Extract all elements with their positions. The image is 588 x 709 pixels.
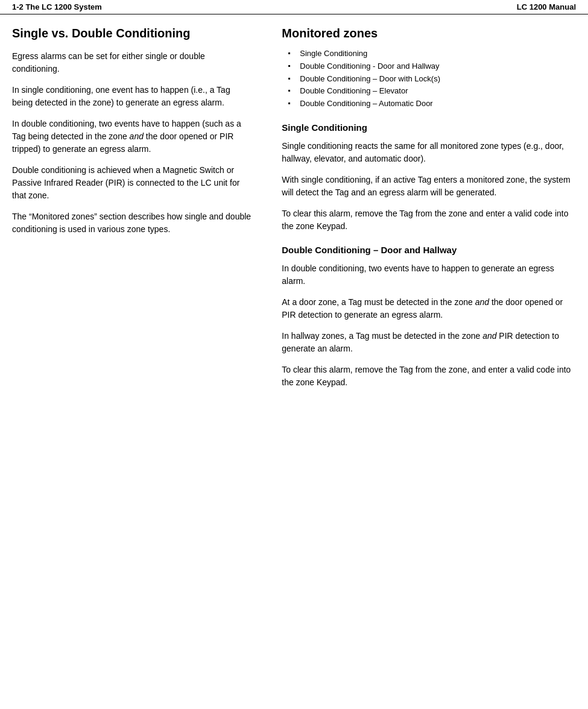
left-para-1: Egress alarms can be set for either sing…: [12, 50, 251, 75]
bullet-item-4: Double Conditioning – Elevator: [288, 85, 576, 98]
left-heading: Single vs. Double Conditioning: [12, 27, 251, 40]
double-para-4: To clear this alarm, remove the Tag from…: [282, 364, 576, 389]
header-right-title: LC 1200 Manual: [517, 2, 576, 11]
right-column: Monitored zones Single Conditioning Doub…: [276, 27, 576, 397]
single-conditioning-heading: Single Conditioning: [282, 122, 576, 133]
single-para-2: With single conditioning, if an active T…: [282, 174, 576, 199]
double-para-3: In hallway zones, a Tag must be detected…: [282, 330, 576, 355]
bullet-item-5: Double Conditioning – Automatic Door: [288, 98, 576, 110]
left-para-3: In double conditioning, two events have …: [12, 118, 251, 156]
double-conditioning-heading: Double Conditioning – Door and Hallway: [282, 245, 576, 255]
single-para-3: To clear this alarm, remove the Tag from…: [282, 207, 576, 233]
left-column: Single vs. Double Conditioning Egress al…: [12, 27, 258, 397]
left-para-4: Double conditioning is achieved when a M…: [12, 164, 251, 202]
monitored-zones-title: Monitored zones: [282, 27, 576, 40]
left-para-5: The “Monitored zones” section describes …: [12, 210, 251, 236]
single-para-1: Single conditioning reacts the same for …: [282, 140, 576, 165]
bullet-item-2: Double Conditioning - Door and Hallway: [288, 60, 576, 73]
double-para-2: At a door zone, a Tag must be detected i…: [282, 296, 576, 321]
left-para-2: In single conditioning, one event has to…: [12, 84, 251, 109]
header-left-title: 1-2 The LC 1200 System: [12, 2, 102, 11]
double-para-1: In double conditioning, two events have …: [282, 262, 576, 288]
page-header: 1-2 The LC 1200 System LC 1200 Manual: [0, 0, 588, 14]
bullet-list: Single Conditioning Double Conditioning …: [282, 48, 576, 110]
bullet-item-3: Double Conditioning – Door with Lock(s): [288, 73, 576, 86]
main-content: Single vs. Double Conditioning Egress al…: [0, 14, 588, 409]
bullet-item-1: Single Conditioning: [288, 48, 576, 60]
